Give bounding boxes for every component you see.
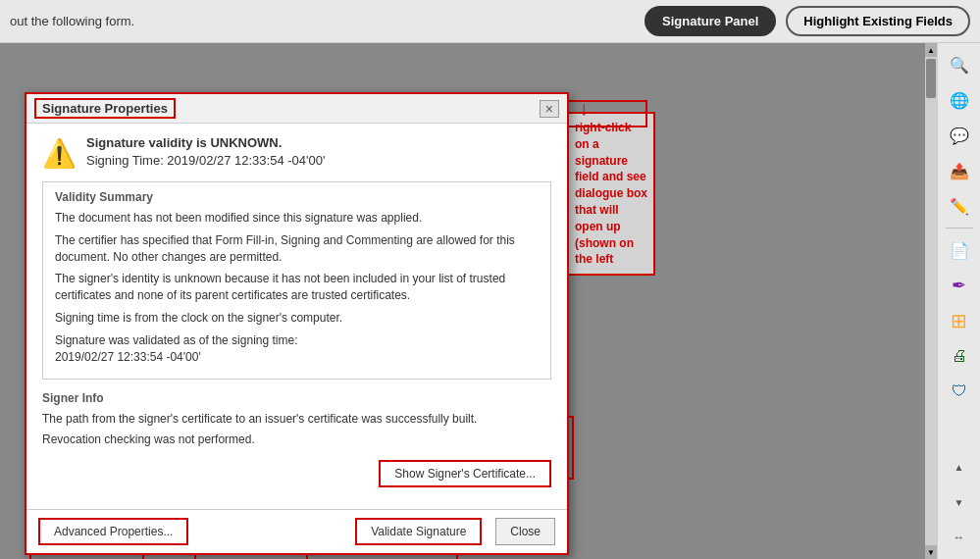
expand-icon[interactable]: ↔ [944, 522, 975, 553]
signer-section: Signer Info The path from the signer's c… [42, 391, 551, 448]
signing-time-line: Signing Time: 2019/02/27 12:33:54 -04'00… [86, 153, 325, 168]
signer-revocation-text: Revocation checking was not performed. [42, 432, 551, 448]
export-icon[interactable]: 📤 [944, 155, 975, 186]
validity-item-2: The signer's identity is unknown because… [55, 271, 539, 304]
cert-btn-row: Show Signer's Certificate... [42, 460, 551, 487]
highlight-fields-button[interactable]: Highlight Existing Fields [786, 6, 970, 36]
signature-properties-dialog: Signature Properties × ⚠️ Signature vali… [25, 92, 569, 555]
validity-section: Validity Summary The document has not be… [42, 181, 551, 380]
search-icon[interactable]: 🔍 [944, 49, 975, 80]
validity-item-0: The document has not been modified since… [55, 210, 539, 227]
dialog-close-button[interactable]: × [540, 100, 559, 118]
sidebar-right: 🔍 🌐 💬 📤 ✏️ 📄 ✒ ⊞ 🖨 🛡 ▲ ▼ ↔ [937, 43, 980, 559]
footer-right-buttons: Validate Signature Close [355, 518, 555, 545]
callout-text: right-click on a signature field and see… [575, 120, 647, 268]
edit-icon[interactable]: ✏️ [944, 190, 975, 222]
chevron-up-icon[interactable]: ▲ [944, 451, 975, 483]
advanced-properties-button[interactable]: Advanced Properties... [38, 518, 188, 545]
scroll-up-button[interactable]: ▲ [925, 43, 937, 57]
toolbar-left-text: out the following form. [10, 14, 134, 28]
signature-status-text: Signature validity is UNKNOWN. Signing T… [86, 135, 325, 168]
sidebar-divider [946, 228, 973, 229]
comment-icon[interactable]: 💬 [944, 120, 975, 151]
chevron-down-icon[interactable]: ▼ [944, 486, 975, 518]
print-icon[interactable]: 🖨 [944, 340, 975, 372]
dialog-title: Signature Properties [34, 98, 176, 119]
arrow-annotation: ↓ [579, 97, 589, 120]
scroll-thumb[interactable] [926, 59, 936, 98]
dialog-body: ⚠️ Signature validity is UNKNOWN. Signin… [26, 124, 567, 509]
toolbar-right: Signature Panel Highlight Existing Field… [645, 6, 970, 36]
translate-icon[interactable]: 🌐 [944, 84, 975, 116]
validity-item-1: The certifier has specified that Form Fi… [55, 232, 539, 266]
footer-left-buttons: Advanced Properties... [38, 518, 194, 545]
show-signers-certificate-button[interactable]: Show Signer's Certificate... [379, 460, 551, 487]
highlight-icon[interactable]: ✒ [944, 270, 975, 301]
scrollbar[interactable]: ▲ ▼ [925, 43, 937, 559]
table-icon[interactable]: ⊞ [944, 305, 975, 336]
validity-item-4: Signature was validated as of the signin… [55, 332, 539, 366]
signer-path-text: The path from the signer's certificate t… [42, 411, 551, 428]
file-icon[interactable]: 📄 [944, 234, 975, 266]
scroll-down-button[interactable]: ▼ [925, 545, 937, 559]
validate-signature-button[interactable]: Validate Signature [355, 518, 482, 545]
shield-icon[interactable]: 🛡 [944, 376, 975, 407]
validity-item-3: Signing time is from the clock on the si… [55, 310, 539, 327]
toolbar: out the following form. Signature Panel … [0, 0, 980, 43]
signer-info-label: Signer Info [42, 391, 551, 405]
signature-status-row: ⚠️ Signature validity is UNKNOWN. Signin… [42, 135, 551, 170]
callout-box: right-click on a signature field and see… [567, 112, 655, 276]
main-area: Signature Properties × ⚠️ Signature vali… [0, 43, 980, 559]
status-unknown-line: Signature validity is UNKNOWN. [86, 135, 325, 150]
close-button[interactable]: Close [495, 518, 555, 545]
validity-summary-label: Validity Summary [55, 190, 539, 204]
highlight-rect-top [559, 100, 647, 127]
pdf-area: Signature Properties × ⚠️ Signature vali… [0, 43, 925, 559]
signature-warning-icon: ⚠️ [42, 137, 77, 170]
signature-panel-button[interactable]: Signature Panel [645, 6, 776, 36]
dialog-titlebar: Signature Properties × [26, 94, 567, 124]
dialog-footer: Advanced Properties... Validate Signatur… [26, 509, 567, 553]
